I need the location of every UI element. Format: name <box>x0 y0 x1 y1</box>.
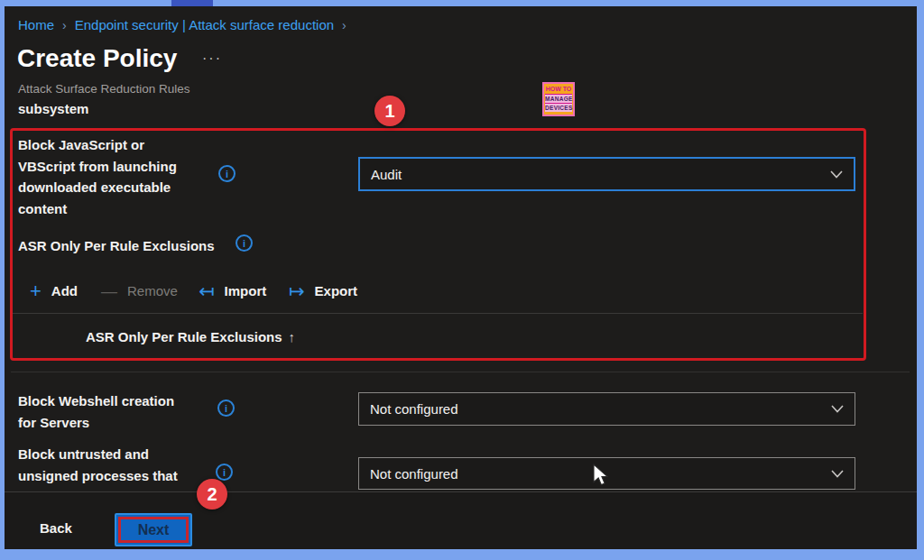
breadcrumb-endpoint-security-link[interactable]: Endpoint security | Attack surface reduc… <box>75 17 334 32</box>
rule2-label-line: Block Webshell creation <box>18 390 235 412</box>
export-arrow-icon: ↦ <box>289 281 305 300</box>
page-title: Create Policy <box>17 44 177 73</box>
howtomanagedevices-logo: HOW TO MANAGE DEVICES <box>542 82 575 116</box>
import-button-label: Import <box>225 283 267 298</box>
rule1-label-line: VBScript from launching <box>18 156 235 178</box>
import-exclusions-button[interactable]: ↤ Import <box>199 279 266 303</box>
rule2-setting-dropdown[interactable]: Not configured <box>358 392 855 426</box>
exclusions-table-sort-header[interactable]: ASR Only Per Rule Exclusions ↑ <box>86 329 295 344</box>
clipped-scrolled-label: subsystem <box>18 101 88 116</box>
rule1-label-line: downloaded executable <box>18 177 235 198</box>
info-icon[interactable]: i <box>236 234 253 252</box>
rule2-label-line: for Servers <box>18 412 235 434</box>
form-row-divider <box>11 372 910 372</box>
plus-icon: + <box>30 281 42 301</box>
toolbar-divider <box>13 313 863 314</box>
next-button[interactable]: Next <box>115 513 192 546</box>
badge-line3: DEVICES <box>545 103 572 112</box>
rule1-selected-value: Audit <box>371 167 830 182</box>
rule2-selected-value: Not configured <box>370 401 831 417</box>
chevron-down-icon <box>831 405 844 413</box>
badge-line2: MANAGE <box>545 94 572 103</box>
exclusions-label: ASR Only Per Rule Exclusions <box>18 235 215 257</box>
more-options-icon[interactable]: ··· <box>202 50 222 67</box>
rule1-label-line: content <box>18 198 235 220</box>
info-icon[interactable]: i <box>218 165 236 182</box>
rule-label-block-javascript: Block JavaScript or VBScript from launch… <box>18 134 235 219</box>
remove-exclusion-button[interactable]: — Remove <box>101 279 178 303</box>
page-subtitle: Attack Surface Reduction Rules <box>18 82 190 96</box>
video-progress-notch <box>171 0 213 6</box>
chevron-down-icon <box>831 470 844 478</box>
add-button-label: Add <box>51 283 78 298</box>
chevron-down-icon <box>830 170 843 179</box>
annotation-step-2-badge: 2 <box>197 479 227 510</box>
back-button[interactable]: Back <box>40 520 72 536</box>
add-exclusion-button[interactable]: + Add <box>30 279 78 303</box>
breadcrumb: Home › Endpoint security | Attack surfac… <box>18 17 346 32</box>
remove-button-label: Remove <box>127 283 178 298</box>
breadcrumb-home-link[interactable]: Home <box>18 17 54 32</box>
breadcrumb-separator: › <box>62 18 67 32</box>
exclusions-column-title: ASR Only Per Rule Exclusions <box>86 329 282 344</box>
breadcrumb-separator: › <box>342 18 346 32</box>
rule1-setting-dropdown[interactable]: Audit <box>358 157 855 191</box>
rule3-label-line: Block untrusted and <box>18 444 244 465</box>
info-icon[interactable]: i <box>217 399 235 417</box>
rule3-selected-value: Not configured <box>370 466 831 482</box>
sort-ascending-icon: ↑ <box>289 329 296 344</box>
info-icon[interactable]: i <box>216 464 233 481</box>
import-arrow-icon: ↤ <box>199 281 215 300</box>
rule1-label-line: Block JavaScript or <box>18 134 235 156</box>
annotation-step-1-badge: 1 <box>374 96 405 126</box>
export-exclusions-button[interactable]: ↦ Export <box>289 279 357 303</box>
badge-line1: HOW TO <box>545 85 572 94</box>
minus-icon: — <box>101 283 117 299</box>
export-button-label: Export <box>315 283 358 298</box>
rule3-setting-dropdown[interactable]: Not configured <box>358 457 855 490</box>
next-button-label: Next <box>138 522 170 538</box>
rule-label-block-webshell: Block Webshell creation for Servers <box>18 390 235 433</box>
